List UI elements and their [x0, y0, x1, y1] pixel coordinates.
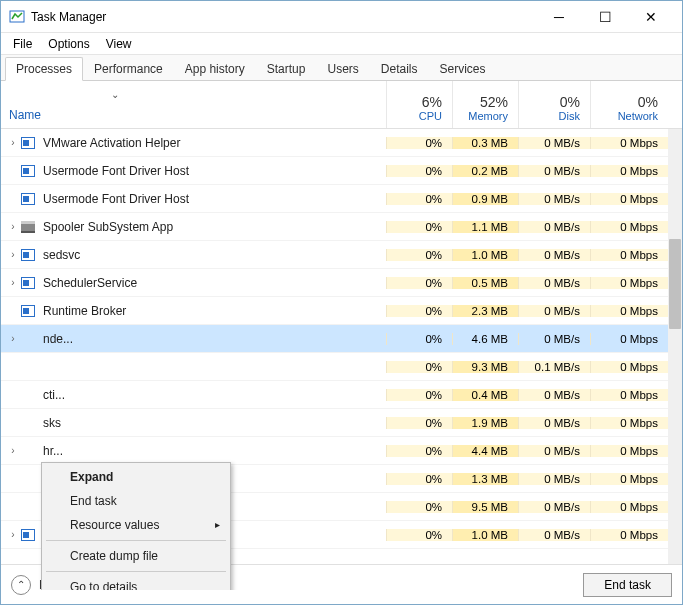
- cell-disk: 0 MB/s: [518, 473, 590, 485]
- process-icon: [19, 219, 37, 235]
- process-list: ›VMware Activation Helper0%0.3 MB0 MB/s0…: [1, 129, 682, 590]
- process-row[interactable]: ›nde...0%4.6 MB0 MB/s0 Mbps: [1, 325, 668, 353]
- process-name: Spooler SubSystem App: [41, 220, 386, 234]
- header-cpu[interactable]: 6% CPU: [386, 81, 452, 128]
- process-row[interactable]: ›SchedulerService0%0.5 MB0 MB/s0 Mbps: [1, 269, 668, 297]
- tab-users[interactable]: Users: [316, 57, 369, 80]
- cell-network: 0 Mbps: [590, 221, 668, 233]
- cell-cpu: 0%: [386, 417, 452, 429]
- cell-network: 0 Mbps: [590, 501, 668, 513]
- header-cpu-pct: 6%: [391, 94, 442, 110]
- tab-startup[interactable]: Startup: [256, 57, 317, 80]
- process-name: Runtime Broker: [41, 304, 386, 318]
- titlebar: Task Manager ─ ☐ ✕: [1, 1, 682, 33]
- process-name: sedsvc: [41, 248, 386, 262]
- tab-processes[interactable]: Processes: [5, 57, 83, 81]
- process-row[interactable]: cti...0%0.4 MB0 MB/s0 Mbps: [1, 381, 668, 409]
- cm-resource-label: Resource values: [70, 518, 159, 532]
- expand-icon[interactable]: ›: [1, 221, 19, 232]
- cell-cpu: 0%: [386, 333, 452, 345]
- process-icon: [19, 303, 37, 319]
- process-name: sks: [41, 416, 386, 430]
- cell-network: 0 Mbps: [590, 277, 668, 289]
- expand-icon[interactable]: ›: [1, 445, 19, 456]
- header-mem-label: Memory: [457, 110, 508, 122]
- expand-icon[interactable]: ›: [1, 529, 19, 540]
- process-row[interactable]: 0%9.3 MB0.1 MB/s0 Mbps: [1, 353, 668, 381]
- expand-icon[interactable]: ›: [1, 137, 19, 148]
- app-icon: [9, 9, 25, 25]
- cell-cpu: 0%: [386, 305, 452, 317]
- process-name: Usermode Font Driver Host: [41, 192, 386, 206]
- cell-memory: 1.0 MB: [452, 529, 518, 541]
- process-row[interactable]: ›sedsvc0%1.0 MB0 MB/s0 Mbps: [1, 241, 668, 269]
- cell-disk: 0 MB/s: [518, 221, 590, 233]
- cell-network: 0 Mbps: [590, 165, 668, 177]
- tab-services[interactable]: Services: [429, 57, 497, 80]
- menu-file[interactable]: File: [7, 35, 38, 53]
- header-disk[interactable]: 0% Disk: [518, 81, 590, 128]
- process-row[interactable]: Usermode Font Driver Host0%0.2 MB0 MB/s0…: [1, 157, 668, 185]
- process-icon: [19, 387, 37, 403]
- cell-memory: 4.6 MB: [452, 333, 518, 345]
- cm-expand-label: Expand: [70, 470, 113, 484]
- tab-app-history[interactable]: App history: [174, 57, 256, 80]
- header-network[interactable]: 0% Network: [590, 81, 668, 128]
- cell-memory: 9.5 MB: [452, 501, 518, 513]
- cell-network: 0 Mbps: [590, 305, 668, 317]
- cm-end-task[interactable]: End task: [44, 489, 228, 513]
- cm-resource-values[interactable]: Resource values ▸: [44, 513, 228, 537]
- cell-disk: 0 MB/s: [518, 445, 590, 457]
- process-icon: [19, 331, 37, 347]
- process-icon: [19, 163, 37, 179]
- process-row[interactable]: ›hr...0%4.4 MB0 MB/s0 Mbps: [1, 437, 668, 465]
- process-icon: [19, 191, 37, 207]
- cell-network: 0 Mbps: [590, 193, 668, 205]
- cell-network: 0 Mbps: [590, 529, 668, 541]
- process-row[interactable]: sks0%1.9 MB0 MB/s0 Mbps: [1, 409, 668, 437]
- cm-expand[interactable]: Expand: [44, 465, 228, 489]
- cm-create-dump[interactable]: Create dump file: [44, 544, 228, 568]
- cell-cpu: 0%: [386, 193, 452, 205]
- tab-performance[interactable]: Performance: [83, 57, 174, 80]
- menu-options[interactable]: Options: [42, 35, 95, 53]
- cm-separator: [46, 571, 226, 572]
- menu-view[interactable]: View: [100, 35, 138, 53]
- close-button[interactable]: ✕: [628, 1, 674, 32]
- tab-details[interactable]: Details: [370, 57, 429, 80]
- process-icon: [19, 471, 37, 487]
- cell-cpu: 0%: [386, 165, 452, 177]
- submenu-arrow-icon: ▸: [215, 519, 220, 530]
- expand-icon[interactable]: ›: [1, 333, 19, 344]
- process-icon: [19, 415, 37, 431]
- process-icon: [19, 359, 37, 375]
- expand-icon[interactable]: ›: [1, 249, 19, 260]
- minimize-button[interactable]: ─: [536, 1, 582, 32]
- cell-network: 0 Mbps: [590, 137, 668, 149]
- process-row[interactable]: Usermode Font Driver Host0%0.9 MB0 MB/s0…: [1, 185, 668, 213]
- sort-caret-icon: ⌄: [111, 89, 119, 100]
- context-menu: Expand End task Resource values ▸ Create…: [41, 462, 231, 590]
- cell-cpu: 0%: [386, 529, 452, 541]
- cell-network: 0 Mbps: [590, 389, 668, 401]
- header-memory[interactable]: 52% Memory: [452, 81, 518, 128]
- cell-disk: 0 MB/s: [518, 305, 590, 317]
- window-title: Task Manager: [31, 10, 536, 24]
- scrollbar[interactable]: [668, 129, 682, 590]
- expand-icon[interactable]: ›: [1, 277, 19, 288]
- process-row[interactable]: ›VMware Activation Helper0%0.3 MB0 MB/s0…: [1, 129, 668, 157]
- cell-disk: 0 MB/s: [518, 165, 590, 177]
- end-task-button[interactable]: End task: [583, 573, 672, 597]
- scroll-thumb[interactable]: [669, 239, 681, 329]
- process-row[interactable]: ›Spooler SubSystem App0%1.1 MB0 MB/s0 Mb…: [1, 213, 668, 241]
- process-row[interactable]: Runtime Broker0%2.3 MB0 MB/s0 Mbps: [1, 297, 668, 325]
- cell-disk: 0.1 MB/s: [518, 361, 590, 373]
- cell-memory: 1.9 MB: [452, 417, 518, 429]
- header-name[interactable]: ⌄ Name: [1, 81, 386, 128]
- cell-cpu: 0%: [386, 221, 452, 233]
- cell-memory: 2.3 MB: [452, 305, 518, 317]
- process-name: hr...: [41, 444, 386, 458]
- cm-go-to-details[interactable]: Go to details: [44, 575, 228, 590]
- maximize-button[interactable]: ☐: [582, 1, 628, 32]
- cell-memory: 1.0 MB: [452, 249, 518, 261]
